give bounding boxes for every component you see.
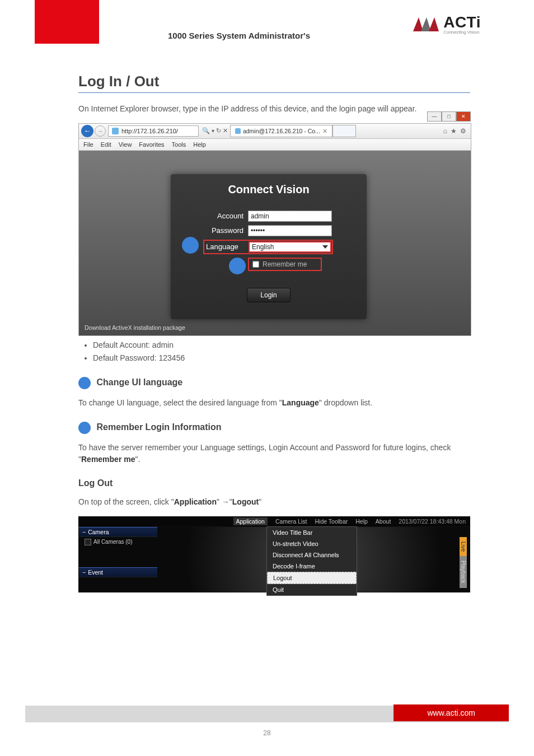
topbar-timestamp: 2013/07/22 18:43:48 Mon (399, 518, 466, 525)
svg-marker-2 (429, 17, 439, 31)
change-lang-sub-head: Change UI language (78, 377, 470, 389)
doc-header-title: 1000 Series System Administrator's (168, 31, 310, 40)
url-actions: 🔍 ▾ ↻ ✕ (200, 127, 230, 134)
topbar-application[interactable]: Application (233, 517, 268, 525)
application-menu: Video Title Bar Un-stretch Video Disconn… (266, 526, 357, 596)
menu-quit[interactable]: Quit (267, 584, 357, 595)
ie-menu-bar: File Edit View Favorites Tools Help (79, 139, 471, 151)
new-tab-button[interactable] (332, 125, 356, 137)
menu-favorites[interactable]: Favorites (139, 141, 164, 148)
window-maximize-icon[interactable]: □ (442, 111, 456, 122)
chevron-down-icon (322, 245, 328, 249)
svg-marker-1 (421, 17, 431, 31)
callout-dot-a-ref (78, 377, 91, 389)
tab-title: admin@172.16.26.210 - Co... (243, 128, 320, 134)
section-intro: On Internet Explorer browser, type in th… (78, 103, 470, 115)
topbar-hide-toolbar[interactable]: Hide Toolbar (315, 518, 348, 525)
minus-icon: − (82, 569, 86, 576)
account-input[interactable]: admin (248, 211, 332, 222)
menu-file[interactable]: File (83, 141, 93, 148)
remember-label: Remember me (263, 260, 307, 268)
topbar-about[interactable]: About (376, 518, 391, 525)
brand-logo-sub: Connecting Vision (443, 30, 481, 35)
svg-marker-0 (413, 17, 423, 31)
download-activex-link[interactable]: Download ActiveX installation package (85, 324, 185, 331)
menu-tools[interactable]: Tools (172, 141, 186, 148)
search-icon[interactable]: 🔍 (202, 127, 210, 134)
nav-back-icon[interactable]: ← (81, 125, 93, 137)
remember-checkbox[interactable] (252, 261, 259, 268)
window-minimize-icon[interactable]: — (427, 111, 442, 122)
browser-tab[interactable]: admin@172.16.26.210 - Co... ✕ (230, 125, 332, 137)
callout-dot-b-ref (78, 422, 91, 434)
section-heading: Log In / Out (78, 73, 470, 90)
account-label: Account (182, 212, 248, 220)
remember-sub-head: Remember Login Information (78, 422, 470, 434)
remember-text: To have the server remember your Languag… (78, 442, 470, 466)
login-button[interactable]: Login (247, 288, 291, 302)
refresh-icon[interactable]: ↻ (216, 127, 221, 134)
callout-dot-a (182, 237, 199, 254)
footer-url: www.acti.com (394, 704, 509, 721)
default-password-item: Default Password: 123456 (93, 352, 470, 365)
minus-icon: − (82, 529, 86, 535)
password-input[interactable]: •••••• (248, 225, 332, 236)
menu-disconnect-all[interactable]: Disconnect All Channels (267, 549, 357, 561)
default-account-item: Default Account: admin (93, 339, 470, 352)
login-screenshot: — □ ✕ ← → http://172.16.26.210/ 🔍 ▾ ↻ ✕ (78, 123, 471, 336)
change-lang-text: To change UI language, select the desire… (78, 397, 470, 409)
favicon-icon (112, 128, 119, 134)
language-select[interactable]: English (249, 241, 331, 253)
topbar-camera-list[interactable]: Camera List (275, 518, 307, 525)
tab-playback[interactable]: Playback (460, 556, 467, 588)
menu-video-title-bar[interactable]: Video Title Bar (267, 527, 357, 538)
gear-icon[interactable]: ⚙ (460, 127, 466, 135)
favicon-icon (235, 128, 241, 134)
remember-row: Remember me (248, 258, 322, 271)
menu-edit[interactable]: Edit (101, 141, 111, 148)
nav-forward-icon[interactable]: → (95, 125, 106, 137)
menu-decode-iframe[interactable]: Decode I-frame (267, 561, 357, 572)
account-row: Account admin (182, 211, 355, 222)
language-label: Language (205, 242, 249, 251)
app-topbar: Application Camera List Hide Toolbar Hel… (78, 516, 470, 526)
menu-view[interactable]: View (119, 141, 132, 148)
header-red-bar (35, 0, 99, 44)
sidebar-event-head[interactable]: − Event (79, 567, 157, 577)
logout-text: On top of the screen, click "Application… (78, 496, 470, 508)
tab-live[interactable]: Live (460, 537, 467, 556)
menu-unstretch-video[interactable]: Un-stretch Video (267, 538, 357, 549)
language-row: Language English (203, 240, 355, 254)
defaults-list: Default Account: admin Default Password:… (93, 339, 470, 365)
app-screenshot: Application Camera List Hide Toolbar Hel… (78, 516, 470, 592)
url-field[interactable]: http://172.16.26.210/ (108, 125, 199, 137)
password-row: Password •••••• (182, 225, 355, 236)
stop-icon[interactable]: ✕ (223, 127, 228, 134)
login-card: Connect Vision Account admin Password ••… (171, 174, 367, 319)
window-close-icon[interactable]: ✕ (456, 111, 471, 122)
url-text: http://172.16.26.210/ (121, 128, 178, 134)
sidebar-all-cameras[interactable]: All Cameras (0) (79, 537, 157, 547)
ie-address-bar: ← → http://172.16.26.210/ 🔍 ▾ ↻ ✕ admin@… (79, 124, 471, 139)
checkbox-icon[interactable] (85, 539, 91, 545)
menu-logout[interactable]: Logout (267, 572, 357, 584)
sidebar-camera-head[interactable]: − Camera (79, 527, 157, 537)
menu-help[interactable]: Help (193, 141, 206, 148)
login-title: Connect Vision (182, 183, 355, 196)
page-number: 28 (0, 729, 534, 737)
right-tabs: Live Playback (460, 537, 470, 588)
language-value: English (252, 243, 274, 251)
brand-logo: ACTi Connecting Vision (411, 15, 481, 35)
callout-dot-b (229, 258, 246, 274)
window-controls: — □ ✕ (427, 111, 471, 122)
tab-close-icon[interactable]: ✕ (322, 128, 327, 134)
login-area: Connect Vision Account admin Password ••… (79, 151, 471, 335)
ie-right-icons: ⌂ ★ ⚙ (439, 127, 471, 135)
section-divider (78, 92, 470, 93)
app-sidebar: − Camera All Cameras (0) − Event (79, 527, 157, 592)
brand-logo-icon (411, 15, 440, 35)
home-icon[interactable]: ⌂ (443, 127, 447, 135)
topbar-help[interactable]: Help (355, 518, 368, 525)
favorites-icon[interactable]: ★ (451, 127, 457, 135)
brand-logo-text: ACTi (443, 15, 481, 30)
